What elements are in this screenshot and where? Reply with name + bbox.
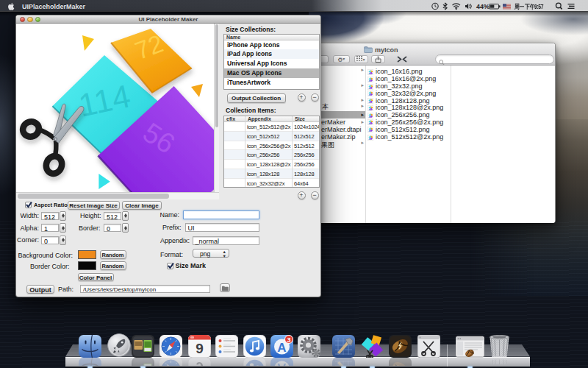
svg-text:44%: 44% bbox=[476, 3, 490, 10]
